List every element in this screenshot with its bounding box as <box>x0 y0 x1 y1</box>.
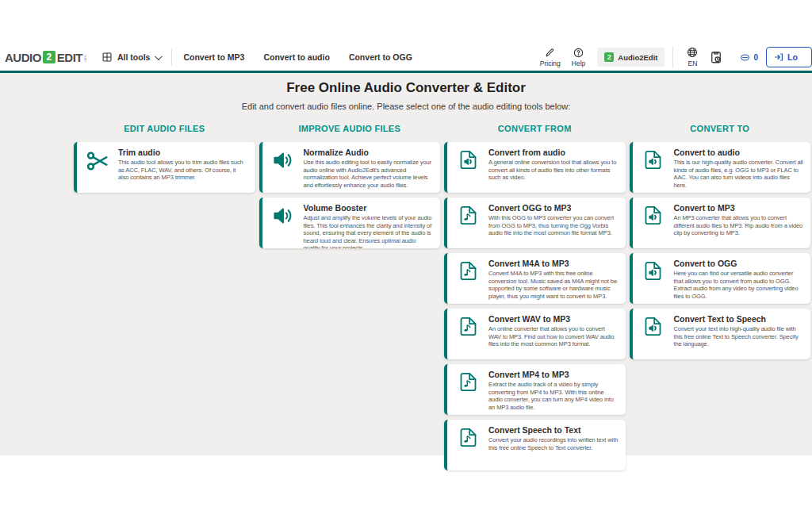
tool-card-convert-speech-to-text[interactable]: Convert Speech to Text Convert your audi… <box>444 420 626 470</box>
card-title: Convert Text to Speech <box>674 314 804 324</box>
globe-icon <box>687 47 698 58</box>
tool-card-convert-wav-to-mp3[interactable]: Convert WAV to MP3 An online converter t… <box>444 309 626 359</box>
card-description: Convert M4A to MP3 with this free online… <box>488 270 619 300</box>
card-description: An MP3 converter that allows you to conv… <box>674 214 804 237</box>
card-description: Here you can find our versatile audio co… <box>674 270 804 300</box>
logo-text-audio: AUDIO <box>5 51 41 64</box>
credits-count: 0 <box>753 53 758 62</box>
divider <box>672 47 673 67</box>
card-title: Volume Booster <box>304 203 434 213</box>
credits-counter[interactable]: 0 <box>740 52 758 63</box>
card-title: Convert M4A to MP3 <box>488 259 619 268</box>
card-title: Convert from audio <box>488 148 619 157</box>
logo-suffix: .com <box>83 53 87 62</box>
nav-link-convert-to-audio[interactable]: Convert to audio <box>263 52 329 62</box>
speaker-icon <box>262 142 304 193</box>
top-navigation-bar: AUDIO 2 EDIT .com All tools Convert to M… <box>0 44 812 71</box>
column-header: EDIT AUDIO FILES <box>74 124 255 133</box>
column-improve-audio-files: IMPROVE AUDIO FILES Normalize Audio Use … <box>259 124 441 253</box>
card-title: Convert to audio <box>674 148 804 157</box>
card-title: Convert to OGG <box>674 259 804 268</box>
tool-card-normalize-audio[interactable]: Normalize Audio Use this audio editing t… <box>259 142 441 193</box>
question-circle-icon <box>573 48 584 58</box>
tool-card-convert-to-audio[interactable]: Convert to audio This is our high-qualit… <box>630 142 811 193</box>
column-header: CONVERT FROM <box>444 124 626 133</box>
audio-file-icon <box>633 309 674 359</box>
audio-file-icon <box>633 253 674 304</box>
pencil-icon <box>545 48 555 58</box>
help-button[interactable]: Help <box>572 48 585 67</box>
login-arrow-icon <box>774 52 783 62</box>
app-button-label: Audio2Edit <box>618 53 657 62</box>
card-description: An online converter that allows you to c… <box>488 325 619 348</box>
music-file-icon <box>447 420 488 470</box>
column-edit-audio-files: EDIT AUDIO FILES Trim audio This audio t… <box>74 124 255 198</box>
audio2edit-app-button[interactable]: 2 Audio2Edit <box>597 48 665 67</box>
card-title: Convert WAV to MP3 <box>488 314 619 324</box>
logo-text-edit: EDIT <box>57 51 82 64</box>
all-tools-menu[interactable]: All tools <box>102 52 160 63</box>
login-label: Lo <box>787 52 798 62</box>
history-button[interactable] <box>709 50 723 64</box>
music-file-icon <box>447 309 488 359</box>
column-convert-to: CONVERT TO Convert to audio This is our … <box>630 124 811 364</box>
tool-columns: EDIT AUDIO FILES Trim audio This audio t… <box>0 111 812 475</box>
card-description: A general online conversion tool that al… <box>488 159 619 182</box>
tool-card-volume-booster[interactable]: Volume Booster Adjust and amplify the vo… <box>259 198 441 248</box>
login-button[interactable]: Lo <box>766 47 812 67</box>
card-description: Adjust and amplify the volume levels of … <box>304 214 434 248</box>
card-description: Convert your text into high-quality audi… <box>674 325 804 348</box>
speaker-icon <box>262 198 304 248</box>
clipboard-clock-icon <box>709 50 723 64</box>
card-description: Extract the audio track of a video by si… <box>488 381 619 411</box>
audio-file-icon <box>447 142 488 193</box>
tool-card-convert-mp4-to-mp3[interactable]: Convert MP4 to MP3 Extract the audio tra… <box>444 364 626 415</box>
card-description: This audio tool allows you to trim audio… <box>118 159 248 182</box>
grid-icon <box>102 52 113 63</box>
scissors-icon <box>77 142 118 193</box>
help-label: Help <box>572 59 585 67</box>
music-file-icon <box>447 198 488 248</box>
card-title: Convert MP4 to MP3 <box>488 370 619 379</box>
site-logo[interactable]: AUDIO 2 EDIT .com <box>5 51 87 64</box>
main-content: Free Online Audio Converter & Editor Edi… <box>0 73 812 455</box>
nav-link-convert-to-mp3[interactable]: Convert to MP3 <box>183 52 244 62</box>
audio-file-icon <box>633 142 674 193</box>
tool-card-convert-from-audio[interactable]: Convert from audio A general online conv… <box>444 142 626 193</box>
page-subtitle: Edit and convert audio files online. Ple… <box>0 102 812 111</box>
column-header: CONVERT TO <box>630 124 811 133</box>
pricing-label: Pricing <box>540 59 561 67</box>
pricing-button[interactable]: Pricing <box>540 48 561 67</box>
card-title: Convert OGG to MP3 <box>488 203 619 213</box>
language-selector[interactable]: EN <box>687 47 698 67</box>
card-description: Use this audio editing tool to easily no… <box>304 159 434 189</box>
column-header: IMPROVE AUDIO FILES <box>259 124 441 133</box>
column-convert-from: CONVERT FROM Convert from audio A genera… <box>444 124 626 475</box>
music-file-icon <box>447 253 488 304</box>
tool-card-convert-to-ogg[interactable]: Convert to OGG Here you can find our ver… <box>630 253 811 304</box>
card-description: This is our high-quality audio converter… <box>674 159 804 189</box>
audio-file-icon <box>633 198 674 248</box>
card-title: Normalize Audio <box>304 148 434 157</box>
all-tools-label: All tools <box>117 52 150 62</box>
language-label: EN <box>688 59 698 67</box>
page: AUDIO 2 EDIT .com All tools Convert to M… <box>0 0 812 522</box>
page-title: Free Online Audio Converter & Editor <box>0 73 812 96</box>
tool-card-convert-m4a-to-mp3[interactable]: Convert M4A to MP3 Convert M4A to MP3 wi… <box>444 253 626 304</box>
card-description: With this OGG to MP3 converter you can c… <box>488 214 619 237</box>
tool-card-convert-to-mp3[interactable]: Convert to MP3 An MP3 converter that all… <box>630 198 811 248</box>
coin-icon <box>740 52 750 63</box>
card-description: Convert your audio recordings into writt… <box>488 436 619 451</box>
tool-card-convert-ogg-to-mp3[interactable]: Convert OGG to MP3 With this OGG to MP3 … <box>444 198 626 248</box>
card-title: Convert to MP3 <box>674 203 804 213</box>
chevron-down-icon <box>155 52 163 60</box>
tool-card-trim-audio[interactable]: Trim audio This audio tool allows you to… <box>74 142 255 193</box>
logo-2-badge: 2 <box>43 51 56 63</box>
nav-links: Convert to MP3 Convert to audio Convert … <box>183 52 412 62</box>
music-file-icon <box>447 364 488 415</box>
divider <box>171 48 172 66</box>
card-title: Convert Speech to Text <box>488 425 619 435</box>
nav-link-convert-to-ogg[interactable]: Convert to OGG <box>349 52 412 62</box>
tool-card-convert-text-to-speech[interactable]: Convert Text to Speech Convert your text… <box>630 309 811 359</box>
card-title: Trim audio <box>118 148 248 157</box>
